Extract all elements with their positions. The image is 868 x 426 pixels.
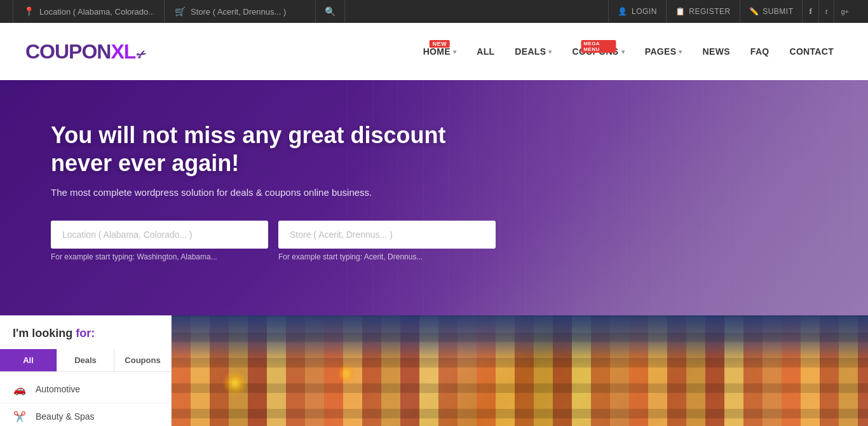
right-image-area <box>172 315 868 426</box>
coupons-chevron-icon: ▾ <box>621 48 625 55</box>
login-link[interactable]: 👤 LOGIN <box>608 0 665 23</box>
topbar-right: 👤 LOGIN 📋 REGISTER ✏️ SUBMIT f t g+ <box>608 0 855 23</box>
hero-location-input[interactable] <box>51 221 268 249</box>
filter-tab-coupons[interactable]: Coupons <box>114 349 171 371</box>
header: COUPONXL✂ NEW HOME ▾ ALL DEALS ▾ MEGA ME… <box>0 23 868 80</box>
cart-icon: 🛒 <box>175 6 186 17</box>
left-panel: I'm looking for: All Deals Coupons 🚗 Aut… <box>0 315 172 426</box>
beauty-spas-label: Beauty & Spas <box>36 411 95 422</box>
home-chevron-icon: ▾ <box>453 48 456 55</box>
nav-item-home[interactable]: NEW HOME ▾ <box>414 41 466 62</box>
nav-home-label: HOME <box>423 46 451 57</box>
filter-tabs: All Deals Coupons <box>0 349 171 372</box>
nav-item-deals[interactable]: DEALS ▾ <box>506 41 560 62</box>
hero-store-group: For example start typing: Acerit, Drennu… <box>278 221 496 261</box>
automotive-label: Automotive <box>36 384 80 394</box>
nav-item-contact[interactable]: CONTACT <box>781 41 843 62</box>
deals-chevron-icon: ▾ <box>548 48 552 55</box>
login-icon: 👤 <box>618 7 628 16</box>
topbar-store-input[interactable] <box>191 7 305 17</box>
logo-scissors-icon: ✂ <box>134 46 149 62</box>
nav-item-faq[interactable]: FAQ <box>742 41 778 62</box>
location-icon: 📍 <box>24 6 34 17</box>
new-badge: NEW <box>430 40 451 48</box>
hero-subtitle: The most complete wordpress solution for… <box>51 187 496 198</box>
left-panel-title-accent: for: <box>76 327 95 340</box>
register-icon: 📋 <box>675 7 686 16</box>
hero-location-group: For example start typing: Washington, Al… <box>51 221 268 261</box>
building-sky-sim <box>172 315 868 366</box>
nav-news-label: NEWS <box>703 46 730 57</box>
left-panel-title: I'm looking for: <box>0 315 171 349</box>
nav-faq-label: FAQ <box>750 46 770 57</box>
mega-menu-badge: MEGA MENU <box>581 40 616 53</box>
category-item-automotive[interactable]: 🚗 Automotive <box>0 376 171 403</box>
main-nav: NEW HOME ▾ ALL DEALS ▾ MEGA MENU COUPONS… <box>414 41 843 62</box>
topbar-store-field: 🛒 <box>165 0 316 23</box>
submit-label: SUBMIT <box>763 7 793 16</box>
topbar-left: 📍 🛒 🔍 <box>13 0 608 23</box>
nav-deals-label: DEALS <box>515 46 546 57</box>
nav-item-coupons[interactable]: MEGA MENU COUPONS ▾ <box>564 41 634 62</box>
search-icon: 🔍 <box>325 6 336 17</box>
submit-icon: ✏️ <box>749 7 759 16</box>
logo-text: COUPONXL✂ <box>25 40 146 64</box>
topbar-location-field: 📍 <box>13 0 165 23</box>
login-label: LOGIN <box>632 7 657 16</box>
topbar-location-input[interactable] <box>39 7 154 17</box>
category-list: 🚗 Automotive ✂️ Beauty & Spas <box>0 372 171 426</box>
twitter-icon: t <box>825 6 828 17</box>
topbar-search-button[interactable]: 🔍 <box>316 0 345 23</box>
filter-tab-deals[interactable]: Deals <box>57 349 114 371</box>
submit-link[interactable]: ✏️ SUBMIT <box>740 0 803 23</box>
nav-item-news[interactable]: NEWS <box>694 41 739 62</box>
nav-item-all[interactable]: ALL <box>468 41 503 62</box>
hero-store-input[interactable] <box>278 221 496 249</box>
facebook-icon: f <box>809 6 811 17</box>
hero-store-hint: For example start typing: Acerit, Drennu… <box>278 252 496 261</box>
hero-title: You will not miss any great discount nev… <box>51 121 496 176</box>
automotive-icon: 🚗 <box>13 382 27 396</box>
nav-contact-label: CONTACT <box>790 46 834 57</box>
register-label: REGISTER <box>689 7 730 16</box>
logo-xl: XL <box>111 40 135 63</box>
nav-all-label: ALL <box>477 46 494 57</box>
topbar: 📍 🛒 🔍 👤 LOGIN 📋 REGISTER ✏️ SUBMIT f <box>0 0 868 23</box>
facebook-link[interactable]: f <box>802 0 818 23</box>
hero-search-bar: For example start typing: Washington, Al… <box>51 221 496 261</box>
pages-chevron-icon: ▾ <box>679 48 682 55</box>
google-plus-icon: g+ <box>841 8 849 15</box>
register-link[interactable]: 📋 REGISTER <box>666 0 740 23</box>
filter-tab-all[interactable]: All <box>0 349 57 371</box>
hero-location-hint: For example start typing: Washington, Al… <box>51 252 268 261</box>
nav-item-pages[interactable]: PAGES ▾ <box>636 41 691 62</box>
twitter-link[interactable]: t <box>818 0 834 23</box>
social-links: f t g+ <box>802 0 855 23</box>
category-item-beauty-spas[interactable]: ✂️ Beauty & Spas <box>0 403 171 426</box>
hero-content: You will not miss any great discount nev… <box>51 121 496 261</box>
logo-coupon: COUPON <box>25 40 111 63</box>
logo[interactable]: COUPONXL✂ <box>25 40 146 64</box>
beauty-spas-icon: ✂️ <box>13 409 27 423</box>
google-plus-link[interactable]: g+ <box>834 0 855 23</box>
lamp-glow-1 <box>222 371 248 396</box>
lamp-glow-2 <box>337 364 356 383</box>
nav-pages-label: PAGES <box>645 46 676 57</box>
hero-section: You will not miss any great discount nev… <box>0 80 868 315</box>
bottom-section: I'm looking for: All Deals Coupons 🚗 Aut… <box>0 315 868 426</box>
